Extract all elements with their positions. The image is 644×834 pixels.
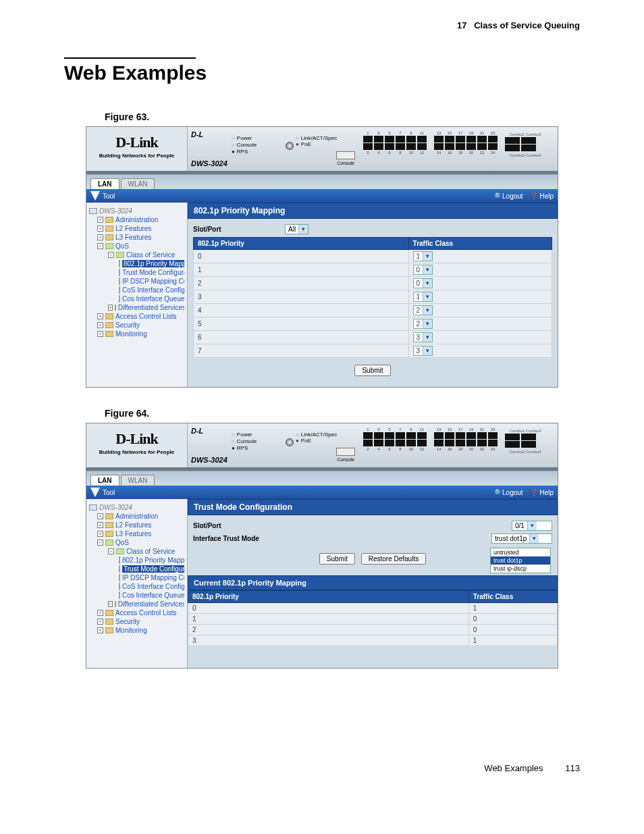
tree-admin[interactable]: +Administration [89,215,184,224]
device-header: D-Link Building Networks for People D-L … [86,423,558,471]
figure-caption-64: Figure 64. [105,408,580,419]
tree-acl[interactable]: +Access Control Lists [89,608,184,617]
port-bank-1: 1357911 24681012 [363,427,427,451]
running-head: 17 Class of Service Queuing [64,20,580,30]
tool-label[interactable]: Tool [103,192,115,200]
tree-cosq[interactable]: Cos Interface Queue C [89,591,184,600]
device-prefix: D-L [191,427,203,435]
console-port: Console [336,151,355,165]
tree-diff[interactable]: −Differentiated Services [89,600,184,608]
tree-l2[interactable]: +L2 Features [89,224,184,233]
tree-l2[interactable]: +L2 Features [89,521,184,529]
figure-caption-63: Figure 63. [105,111,580,122]
traffic-select[interactable]: 1▾ [413,251,433,261]
slotport-select[interactable]: All ▾ [285,224,308,234]
tree-qos[interactable]: −QoS [89,242,184,251]
brand-box: D-Link Building Networks for People [86,127,188,171]
traffic-select[interactable]: 0▾ [413,278,433,288]
slotport-row: Slot/Port All ▾ [193,224,552,234]
slotport-select[interactable]: 0/1 ▾ [512,521,552,531]
tree-root[interactable]: DWS-3024 [89,503,184,512]
tab-wlan[interactable]: WLAN [121,475,155,486]
tree-trust[interactable]: Trust Mode Configurat [89,565,184,573]
tree-cos[interactable]: −Class of Service [89,251,184,259]
table-row: 10▾ [194,263,552,277]
panel-title: 802.1p Priority Mapping [188,203,558,219]
logout-link[interactable]: Logout [492,489,522,496]
tree-cosif[interactable]: CoS Interface Configu [89,582,184,591]
link-spec: Link/ACT/Spec PoE [296,135,337,147]
port-bank-1: 1357911 24681012 [363,131,427,155]
help-link[interactable]: Help [530,192,554,200]
section-title: Web Examples [64,61,580,84]
tree-ipdscp[interactable]: IP DSCP Mapping Con [89,277,184,286]
tree-admin[interactable]: +Administration [89,512,184,521]
table-row: 42▾ [194,304,552,317]
tree-cosif[interactable]: CoS Interface Configu [89,286,184,294]
tree-sec[interactable]: +Security [89,321,184,330]
slotport-value: 0/1 [512,522,527,529]
table-row: 20▾ [194,277,552,290]
trust-mode-dropdown[interactable]: untrusted trust dot1p trust ip-dscp [490,548,551,573]
trust-mode-row: Interface Trust Mode trust dot1p ▾ [193,533,552,544]
port-bank-2: 131517192123 141618202224 [434,427,498,451]
option-trust-ipdscp[interactable]: trust ip-dscp [491,565,550,573]
trust-mode-select[interactable]: trust dot1p ▾ [491,533,552,544]
link-act: Link/ACT/Spec [296,135,337,141]
tab-wlan[interactable]: WLAN [121,178,155,189]
tree-diff[interactable]: +Differentiated Services [89,303,184,312]
tab-row: LAN WLAN [86,471,558,486]
traffic-select[interactable]: 3▾ [413,332,433,342]
help-link[interactable]: Help [530,489,554,496]
tab-lan[interactable]: LAN [90,475,119,486]
tree-l3[interactable]: +L3 Features [89,529,184,538]
slotport-row: Slot/Port 0/1 ▾ [193,521,552,531]
traffic-select[interactable]: 2▾ [413,305,433,315]
chevron-down-icon: ▾ [423,252,432,261]
tree-mon[interactable]: +Monitoring [89,330,184,338]
tree-sec[interactable]: +Security [89,617,184,626]
option-trust-dot1p[interactable]: trust dot1p [491,556,550,565]
table-row: 20 [188,625,558,635]
tree-8021p[interactable]: 802.1p Priority Mappin [89,259,184,268]
trust-mode-value: trust dot1p [492,535,529,542]
page-number: 113 [553,763,580,773]
nav-tree: DWS-3024 +Administration +L2 Features +L… [86,203,188,387]
table-row: 31▾ [194,290,552,304]
panel-body: Slot/Port 0/1 ▾ Interface Trust Mode tru… [188,515,558,575]
tree-qos[interactable]: −QoS [89,538,184,547]
section-rule [64,57,196,59]
tree-cosq[interactable]: Cos Interface Queue C [89,294,184,303]
status-leds: Power Console RPS [232,432,257,452]
restore-defaults-button[interactable]: Restore Defaults [361,553,426,565]
combo-top: Combo1 Combo3 [505,132,545,136]
body-split: DWS-3024 +Administration +L2 Features +L… [86,203,558,387]
tool-icon [90,191,100,201]
option-untrusted[interactable]: untrusted [491,548,550,556]
logout-link[interactable]: Logout [492,192,522,200]
tree-mon[interactable]: +Monitoring [89,626,184,635]
panel-body: Slot/Port All ▾ 802.1p Priority Traffic … [188,219,558,387]
chevron-down-icon: ▾ [529,534,539,543]
tree-trust[interactable]: Trust Mode Configurat [89,268,184,277]
console-port-icon [336,151,355,159]
tree-cos[interactable]: −Class of Service [89,547,184,556]
tree-root[interactable]: DWS-3024 [89,207,184,215]
tree-l3[interactable]: +L3 Features [89,233,184,242]
tree-ipdscp[interactable]: IP DSCP Mapping Con [89,573,184,582]
chevron-down-icon: ▾ [423,346,432,355]
chevron-down-icon: ▾ [423,265,432,274]
traffic-select[interactable]: 3▾ [413,346,433,356]
section2-title: Current 802.1p Priority Mapping [188,575,558,590]
tree-8021p[interactable]: 802.1p Priority Mappin [89,556,184,565]
combo-bank: Combo1 Combo3 Combo2 Combo4 [505,427,545,454]
tab-lan[interactable]: LAN [90,178,119,189]
traffic-select[interactable]: 0▾ [413,265,433,275]
submit-button[interactable]: Submit [319,553,355,565]
console-port: Console [336,448,355,462]
traffic-select[interactable]: 2▾ [413,319,433,329]
submit-button[interactable]: Submit [354,365,390,376]
tool-icon [90,488,100,497]
tree-acl[interactable]: +Access Control Lists [89,312,184,321]
traffic-select[interactable]: 1▾ [413,292,433,302]
